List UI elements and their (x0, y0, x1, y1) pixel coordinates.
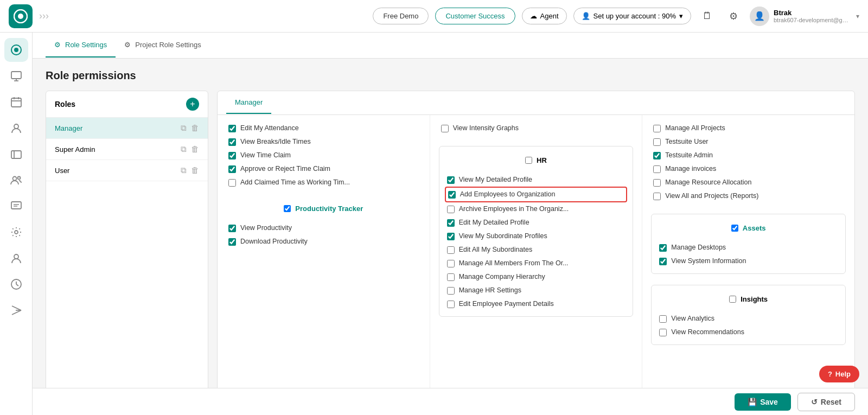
sidebar-item-time[interactable] (4, 272, 28, 296)
sidebar-item-dashboard[interactable] (4, 38, 28, 62)
role-name-manager: Manager (55, 124, 82, 132)
view-my-profile-checkbox[interactable] (447, 176, 455, 184)
svg-point-3 (14, 48, 18, 52)
notification-button[interactable]: 🗒 (698, 7, 717, 26)
manage-hr-settings-checkbox[interactable] (447, 287, 455, 295)
approve-time-claim-checkbox[interactable] (228, 165, 236, 173)
view-analytics-checkbox[interactable] (659, 315, 667, 323)
view-system-info-checkbox[interactable] (659, 258, 667, 265)
role-actions-user: ⧉ 🗑 (181, 165, 199, 175)
manage-all-projects-checkbox[interactable] (653, 125, 661, 132)
bottom-bar: 💾 Save ↺ Reset (33, 388, 868, 415)
archive-employees-checkbox[interactable] (447, 206, 455, 213)
manage-desktops-checkbox[interactable] (659, 244, 667, 252)
nav-dots-icon: ››› (39, 10, 49, 22)
reset-icon: ↺ (811, 398, 818, 406)
user-info: Btrak btrak607-development@gm... (774, 9, 850, 23)
person-icon: 👤 (582, 12, 590, 20)
sidebar-item-settings[interactable] (4, 220, 28, 244)
add-claimed-time-checkbox[interactable] (228, 179, 236, 187)
manage-hierarchy-checkbox[interactable] (447, 273, 455, 281)
delete-role-super-admin-button[interactable]: 🗑 (191, 144, 199, 154)
sidebar-item-monitor[interactable] (4, 64, 28, 88)
save-button[interactable]: 💾 Save (735, 393, 791, 411)
hr-label: HR (537, 156, 547, 164)
svg-line-24 (12, 310, 21, 315)
role-item-super-admin[interactable]: Super Admin ⧉ 🗑 (46, 139, 208, 160)
productivity-label: Productivity Tracker (295, 205, 363, 213)
free-demo-button[interactable]: Free Demo (373, 8, 429, 24)
perm-view-my-profile: View My Detailed Profile (445, 173, 628, 187)
edit-my-profile-checkbox[interactable] (447, 219, 455, 227)
edit-attendance-checkbox[interactable] (228, 125, 236, 132)
perm-view-analytics: View Analytics (657, 312, 840, 325)
save-icon: 💾 (748, 398, 757, 406)
hr-section: HR View My Detailed Profile Add Employee… (439, 146, 634, 317)
agent-button[interactable]: ☁ Agent (522, 8, 567, 24)
perm-edit-attendance: Edit My Attendance (226, 122, 421, 135)
perm-manage-desktops: Manage Desktops (657, 241, 840, 254)
view-time-claim-checkbox[interactable] (228, 152, 236, 159)
hr-header-checkbox[interactable] (525, 157, 532, 164)
view-recommendations-checkbox[interactable] (659, 329, 667, 336)
add-employees-checkbox[interactable] (448, 191, 456, 199)
sidebar-item-calendar[interactable] (4, 90, 28, 114)
sidebar-item-send[interactable] (4, 298, 28, 322)
sidebar-item-profile[interactable] (4, 116, 28, 140)
projects-section: Manage All Projects Testsuite User Tests… (651, 122, 846, 203)
copy-role-manager-button[interactable]: ⧉ (181, 123, 187, 133)
copy-role-super-admin-button[interactable]: ⧉ (181, 144, 187, 154)
customer-success-button[interactable]: Customer Success (435, 8, 515, 24)
perm-approve-time-claim: Approve or Reject Time Claim (226, 162, 421, 176)
settings-button[interactable]: ⚙ (724, 7, 743, 26)
testsuite-user-checkbox[interactable] (653, 138, 661, 146)
sidebar-item-users[interactable] (4, 246, 28, 270)
sidebar-item-team[interactable] (4, 168, 28, 192)
svg-point-15 (17, 177, 20, 180)
delete-role-manager-button[interactable]: 🗑 (191, 123, 199, 133)
perm-manage-resource: Manage Resource Allocation (651, 176, 846, 189)
edit-subordinates-checkbox[interactable] (447, 246, 455, 254)
manage-resource-checkbox[interactable] (653, 179, 661, 187)
gear-icon: ⚙ (729, 10, 738, 22)
view-all-projects-checkbox[interactable] (653, 193, 661, 200)
copy-role-user-button[interactable]: ⧉ (181, 165, 187, 175)
assets-header-checkbox[interactable] (731, 225, 738, 232)
view-breaks-checkbox[interactable] (228, 138, 236, 146)
role-item-manager[interactable]: Manager ⧉ 🗑 (46, 118, 208, 139)
sidebar-item-projects[interactable] (4, 142, 28, 166)
help-label: Help (835, 370, 851, 378)
svg-rect-16 (11, 202, 21, 209)
role-name-user: User (55, 167, 69, 175)
help-button[interactable]: ? Help (819, 366, 859, 382)
insights-header-checkbox[interactable] (729, 296, 736, 303)
svg-point-14 (12, 177, 16, 181)
perm-testsuite-user: Testsuite User (651, 135, 846, 149)
reset-button[interactable]: ↺ Reset (797, 393, 855, 411)
view-intensity-checkbox[interactable] (441, 125, 449, 132)
manage-members-checkbox[interactable] (447, 260, 455, 267)
view-productivity-checkbox[interactable] (228, 225, 236, 232)
testsuite-admin-checkbox[interactable] (653, 152, 661, 159)
manage-invoices-checkbox[interactable] (653, 165, 661, 173)
delete-role-user-button[interactable]: 🗑 (191, 165, 199, 175)
perm-tab-manager[interactable]: Manager (226, 92, 271, 114)
role-item-user[interactable]: User ⧉ 🗑 (46, 160, 208, 181)
perm-view-time-claim: View Time Claim (226, 149, 421, 162)
perm-view-subordinates: View My Subordinate Profiles (445, 229, 628, 243)
view-subordinates-checkbox[interactable] (447, 233, 455, 240)
perm-col-1: Edit My Attendance View Breaks/Idle Time… (218, 115, 430, 398)
edit-payment-checkbox[interactable] (447, 301, 455, 308)
svg-rect-7 (11, 98, 21, 107)
add-role-button[interactable]: + (186, 98, 199, 111)
productivity-header-checkbox[interactable] (284, 205, 291, 212)
sidebar-item-messages[interactable] (4, 194, 28, 218)
tab-role-settings[interactable]: ⚙ Role Settings (46, 33, 116, 58)
topbar: ››› Free Demo Customer Success ☁ Agent 👤… (0, 0, 868, 33)
insights-label: Insights (741, 295, 768, 303)
tab-project-role-settings[interactable]: ⚙ Project Role Settings (116, 33, 209, 58)
roles-layout: Roles + Manager ⧉ 🗑 Super Admin ⧉ 🗑 (46, 91, 855, 398)
setup-button[interactable]: 👤 Set up your account : 90% ▾ (573, 8, 691, 24)
download-productivity-checkbox[interactable] (228, 238, 236, 246)
user-menu[interactable]: 👤 Btrak btrak607-development@gm... ▾ (750, 7, 859, 26)
